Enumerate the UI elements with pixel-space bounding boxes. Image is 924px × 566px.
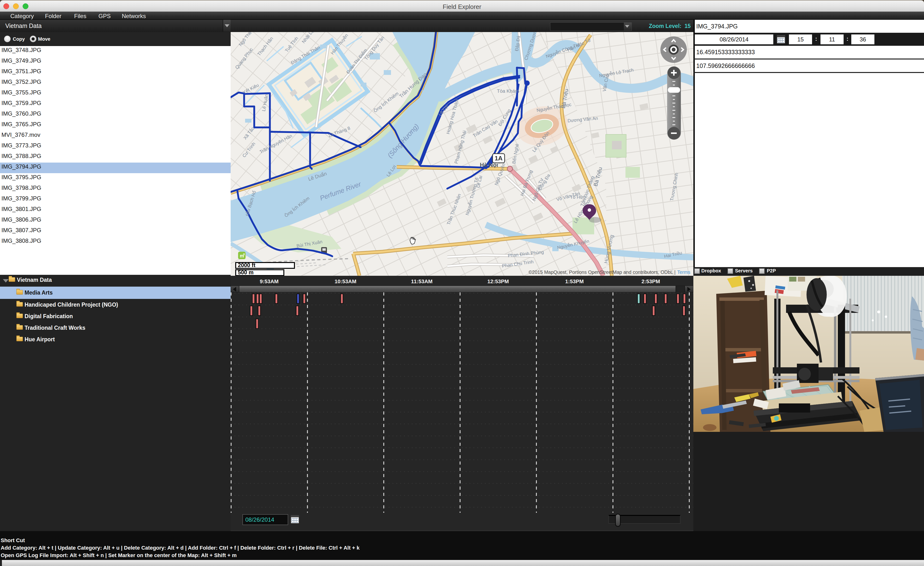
svg-text:©2015 MapQuest, Portions Open: ©2015 MapQuest, Portions OpenStreetMap a… [528, 270, 675, 275]
svg-text:Tòa Khám: Tòa Khám [497, 89, 519, 94]
svg-text:1A: 1A [495, 155, 502, 162]
svg-text:500 m: 500 m [238, 269, 254, 276]
svg-text:2000 ft: 2000 ft [238, 262, 255, 268]
svg-text:Hà Nội: Hà Nội [480, 162, 498, 168]
svg-text:Terms: Terms [677, 270, 690, 275]
svg-text:q: q [243, 252, 245, 255]
